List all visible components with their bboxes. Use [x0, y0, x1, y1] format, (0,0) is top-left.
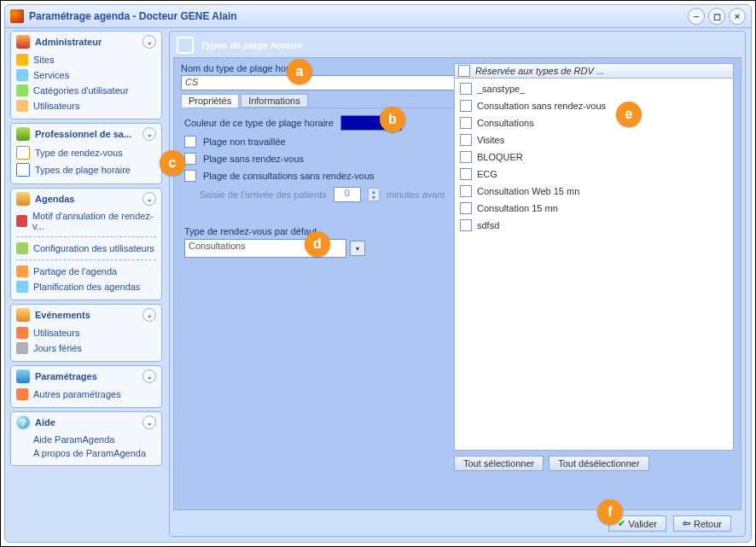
agenda-icon: [16, 192, 30, 206]
rdv-item[interactable]: Consultation 15 mn: [458, 200, 730, 217]
chk-consult-sans-rdv[interactable]: [184, 170, 196, 182]
rdv-item-label: BLOQUER: [477, 152, 523, 162]
rdv-item-checkbox[interactable]: [460, 168, 472, 180]
rdv-item-checkbox[interactable]: [460, 134, 472, 146]
close-button[interactable]: ×: [729, 8, 746, 25]
nav-types-plage-horaire[interactable]: Types de plage horaire: [11, 161, 161, 178]
nav-label: Sites: [33, 55, 54, 65]
spin-up-icon[interactable]: ▲: [369, 189, 379, 195]
rdv-item[interactable]: BLOQUER: [458, 148, 730, 166]
sites-icon: [16, 54, 28, 66]
select-all-button[interactable]: Tout sélectionner: [454, 456, 544, 471]
nav-help-aide[interactable]: Aide ParamAgenda: [11, 433, 161, 446]
maximize-button[interactable]: ◻: [708, 8, 725, 25]
app-icon: [10, 9, 24, 23]
btn-label: Retour: [694, 519, 722, 529]
spin-buttons[interactable]: ▲▼: [368, 188, 380, 201]
chk-sans-rdv[interactable]: [184, 153, 196, 165]
arrival-prefix: Saisie de l'arrivée des patients: [200, 189, 327, 200]
nav-sites[interactable]: Sites: [11, 52, 161, 67]
rdv-item[interactable]: Consultations: [458, 114, 730, 131]
rdv-group-header: Réservée aux types de RDV ...: [454, 63, 734, 79]
chk-group-all[interactable]: [458, 65, 470, 77]
pro-icon: [16, 127, 30, 141]
tab-proprietes[interactable]: Propriétés: [181, 94, 239, 108]
callout-b: b: [380, 107, 405, 132]
nav-utilisateurs[interactable]: Utilisateurs: [11, 98, 161, 113]
window-title: Paramétrage agenda - Docteur GENE Alain: [29, 10, 237, 22]
name-label: Nom du type de plage horaire: [181, 63, 461, 73]
panel-title: Evénements: [35, 310, 90, 320]
arrival-minutes-input[interactable]: 0: [334, 187, 361, 202]
nav-label: Utilisateurs: [33, 328, 79, 338]
return-icon: ⇦: [683, 518, 690, 529]
rdv-type-list: _sanstype_ Consultation sans rendez-vous…: [454, 79, 734, 451]
rdv-item-checkbox[interactable]: [460, 83, 472, 95]
deselect-all-button[interactable]: Tout désélectionner: [549, 456, 648, 471]
nav-label: Type de rendez-vous: [35, 148, 123, 158]
rdv-item-checkbox[interactable]: [460, 219, 472, 231]
heading-text: Types de plage horaire: [201, 40, 302, 50]
chk-label: Plage sans rendez-vous: [203, 154, 304, 164]
return-button[interactable]: ⇦Retour: [673, 515, 731, 532]
main-panel: Types de plage horaire Nom du type de pl…: [169, 31, 746, 537]
help-icon: ?: [16, 416, 30, 429]
users-icon: [16, 327, 28, 339]
rdv-item-checkbox[interactable]: [460, 202, 472, 214]
nav-label: Motif d'annulation de rendez-v...: [32, 211, 156, 231]
services-icon: [16, 69, 28, 81]
panel-title: Aide: [35, 417, 55, 428]
nav-label: Aide ParamAgenda: [33, 434, 114, 445]
rdv-item-checkbox[interactable]: [460, 185, 472, 197]
nav-partage[interactable]: Partage de l'agenda: [11, 264, 161, 279]
nav-type-rdv[interactable]: Type de rendez-vous: [11, 144, 161, 161]
rdv-item[interactable]: ECG: [458, 166, 730, 183]
sidebar-panel-agendas: Agendas ⌄ Motif d'annulation de rendez-v…: [10, 188, 162, 300]
callout-f: f: [597, 499, 623, 525]
nav-label: Catégories d'utilisateur: [33, 85, 129, 96]
collapse-button[interactable]: ⌄: [142, 370, 156, 383]
rdv-item-checkbox[interactable]: [460, 117, 472, 129]
collapse-button[interactable]: ⌄: [142, 308, 156, 322]
spin-down-icon[interactable]: ▼: [369, 195, 379, 201]
rdv-item[interactable]: Visites: [458, 131, 730, 148]
collapse-button[interactable]: ⌄: [142, 127, 156, 141]
nav-label: Partage de l'agenda: [33, 266, 117, 276]
rdv-item[interactable]: Consultation Web 15 mn: [458, 183, 730, 200]
nav-config-users[interactable]: Configuration des utilisateurs: [11, 241, 161, 256]
nav-services[interactable]: Services: [11, 67, 161, 83]
rdv-item[interactable]: _sanstype_: [458, 80, 730, 97]
collapse-button[interactable]: ⌄: [142, 192, 156, 206]
rdv-item-checkbox[interactable]: [460, 151, 472, 163]
color-label: Couleur de ce type de plage horaire: [184, 118, 334, 128]
plage-icon: [16, 163, 30, 177]
nav-motif-annulation[interactable]: Motif d'annulation de rendez-v...: [11, 209, 161, 233]
nav-categories-utilisateur[interactable]: Catégories d'utilisateur: [11, 83, 161, 98]
nav-ev-users[interactable]: Utilisateurs: [11, 325, 161, 340]
heading-chip-icon: [177, 37, 194, 54]
config-icon: [16, 242, 28, 254]
nav-autres-param[interactable]: Autres paramétrages: [11, 387, 161, 402]
share-icon: [16, 265, 28, 277]
collapse-button[interactable]: ⌄: [142, 35, 156, 49]
name-input[interactable]: CS: [181, 75, 461, 90]
nav-help-about[interactable]: A propos de ParamAgenda: [11, 446, 161, 460]
chk-non-travaillee[interactable]: [184, 136, 196, 148]
separator: [16, 236, 156, 237]
rdv-item-checkbox[interactable]: [460, 100, 472, 112]
rdv-item-label: Consultation 15 mn: [477, 203, 558, 213]
sidebar-panel-admin: Administrateur ⌄ Sites Services Catégori…: [10, 31, 162, 119]
collapse-button[interactable]: ⌄: [142, 416, 156, 429]
chk-label: Plage non travaillée: [203, 137, 286, 147]
nav-label: Planification des agendas: [33, 282, 140, 292]
param-icon: [16, 370, 30, 383]
nav-jours-feries[interactable]: Jours fériés: [11, 340, 161, 356]
minimize-button[interactable]: –: [688, 8, 705, 25]
tab-informations[interactable]: Informations: [241, 94, 308, 108]
rdv-item[interactable]: Consultation sans rendez-vous: [458, 97, 730, 114]
nav-planification[interactable]: Planification des agendas: [11, 279, 161, 294]
sidebar-panel-help: ? Aide ⌄ Aide ParamAgenda A propos de Pa…: [10, 411, 162, 466]
select-dropdown-button[interactable]: ▾: [350, 241, 365, 256]
callout-a: a: [287, 59, 312, 84]
rdv-item[interactable]: sdfsd: [458, 217, 730, 234]
